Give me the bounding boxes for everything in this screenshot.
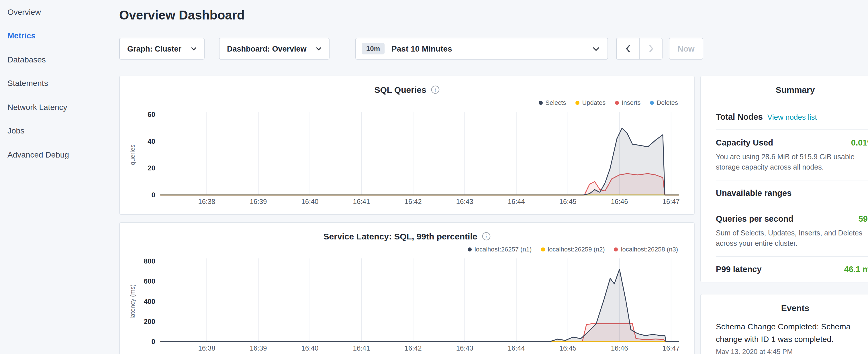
- x-tick-label: 16:47: [662, 344, 680, 352]
- prev-range-button[interactable]: [617, 38, 639, 59]
- sidebar-item-network-latency[interactable]: Network Latency: [7, 95, 111, 119]
- legend-label: Inserts: [622, 99, 641, 106]
- x-tick-label: 16:46: [611, 344, 628, 352]
- events-panel: Events Schema Change Completed: Schema c…: [700, 294, 868, 354]
- x-tick-label: 16:44: [508, 198, 525, 205]
- x-tick-label: 16:41: [353, 344, 370, 352]
- now-button[interactable]: Now: [669, 38, 703, 60]
- sidebar-nav: Overview Metrics Databases Statements Ne…: [7, 0, 111, 166]
- chevron-right-icon: [649, 45, 653, 53]
- summary-label: Capacity Used: [716, 137, 773, 148]
- dashboard-dropdown-label: Dashboard: Overview: [227, 44, 307, 53]
- chart-title-row: SQL Queries i: [120, 84, 694, 95]
- x-tick-label: 16:43: [456, 198, 473, 205]
- chart-title-row: Service Latency: SQL, 99th percentile i: [120, 230, 694, 242]
- legend-label: Selects: [545, 99, 566, 106]
- sidebar-item-overview[interactable]: Overview: [7, 0, 111, 24]
- legend-label: localhost:26258 (n3): [621, 246, 678, 253]
- x-tick-label: 16:44: [508, 344, 525, 352]
- x-tick-label: 16:43: [456, 344, 473, 352]
- chart-title: SQL Queries: [374, 85, 426, 94]
- summary-label: Total Nodes: [716, 112, 763, 122]
- y-tick-label: 60: [148, 110, 155, 118]
- x-tick-label: 16:42: [405, 198, 422, 205]
- summary-panel: Summary Total Nodes View nodes list 3 Ca…: [700, 75, 868, 282]
- time-range-label: Past 10 Minutes: [392, 44, 452, 53]
- time-range-pager: [616, 38, 662, 60]
- graph-dropdown-label: Graph: Cluster: [127, 44, 181, 53]
- y-tick-label: 20: [148, 164, 155, 172]
- summary-row-unavailable-ranges: Unavailable ranges 0: [716, 180, 868, 206]
- legend-item[interactable]: localhost:26259 (n2): [541, 246, 604, 253]
- sql-queries-chart: 16:3816:3916:4016:4116:4216:4316:4416:45…: [120, 108, 694, 215]
- event-text: Schema Change Completed: Schema change w…: [716, 320, 868, 345]
- y-tick-label: 600: [144, 277, 155, 285]
- sidebar-item-statements[interactable]: Statements: [7, 71, 111, 95]
- service-latency-chart: 16:3816:3916:4016:4116:4216:4316:4416:45…: [120, 254, 694, 354]
- y-tick-label: 40: [148, 137, 155, 145]
- x-tick-label: 16:38: [198, 344, 215, 352]
- legend-item[interactable]: Selects: [538, 99, 566, 106]
- event-item[interactable]: Schema Change Completed: Schema change w…: [716, 320, 868, 354]
- summary-value: 59.7: [859, 214, 868, 224]
- x-tick-label: 16:45: [559, 344, 577, 352]
- legend-item[interactable]: Deletes: [650, 99, 678, 106]
- series-area: [160, 269, 679, 342]
- sidebar-item-metrics[interactable]: Metrics: [7, 24, 111, 47]
- y-tick-label: 400: [144, 297, 155, 305]
- events-title: Events: [701, 303, 868, 313]
- view-nodes-list-link[interactable]: View nodes list: [767, 113, 817, 122]
- graph-dropdown[interactable]: Graph: Cluster: [119, 38, 205, 60]
- summary-row-capacity-used: Capacity Used 0.01% You are using 28.6 M…: [716, 129, 868, 180]
- y-tick-label: 200: [144, 318, 155, 325]
- dashboard-dropdown[interactable]: Dashboard: Overview: [219, 38, 330, 60]
- legend-label: Deletes: [656, 99, 678, 106]
- summary-subtext: Sum of Selects, Updates, Inserts, and De…: [716, 228, 868, 249]
- sidebar-item-jobs[interactable]: Jobs: [7, 119, 111, 142]
- page-title: Overview Dashboard: [119, 8, 245, 23]
- summary-label: Queries per second: [716, 214, 794, 224]
- chevron-down-icon: [593, 47, 599, 51]
- summary-rows: Total Nodes View nodes list 3 Capacity U…: [716, 104, 868, 282]
- svg-text:i: i: [434, 87, 436, 93]
- x-tick-label: 16:42: [405, 344, 422, 352]
- legend-item[interactable]: Updates: [575, 99, 606, 106]
- legend-dot: [538, 100, 542, 104]
- legend-dot: [541, 247, 545, 251]
- info-icon[interactable]: i: [431, 85, 440, 94]
- info-icon[interactable]: i: [482, 232, 490, 240]
- summary-title: Summary: [701, 85, 868, 95]
- x-tick-label: 16:40: [302, 344, 319, 352]
- y-axis-label: queries: [129, 144, 136, 165]
- chevron-left-icon: [626, 45, 630, 53]
- legend-dot: [575, 100, 579, 104]
- summary-row-total-nodes: Total Nodes View nodes list 3: [716, 104, 868, 129]
- y-tick-label: 0: [151, 191, 155, 199]
- legend-item[interactable]: localhost:26257 (n1): [468, 246, 532, 253]
- x-tick-label: 16:39: [250, 198, 267, 205]
- legend-label: Updates: [582, 99, 606, 106]
- event-timestamp: May 13, 2020 at 4:45 PM: [716, 348, 868, 354]
- y-tick-label: 800: [144, 257, 155, 265]
- summary-row-queries-per-second: Queries per second 59.7 Sum of Selects, …: [716, 206, 868, 256]
- time-range-picker[interactable]: 10m Past 10 Minutes: [355, 38, 608, 60]
- sidebar-item-advanced-debug[interactable]: Advanced Debug: [7, 142, 111, 166]
- legend-item[interactable]: localhost:26258 (n3): [614, 246, 678, 253]
- x-tick-label: 16:46: [611, 198, 628, 205]
- summary-row-p99-latency: P99 latency 46.1 ms: [716, 256, 868, 282]
- legend-dot: [614, 247, 618, 251]
- legend-label: localhost:26259 (n2): [548, 246, 604, 253]
- time-range-badge: 10m: [362, 43, 384, 55]
- x-tick-label: 16:40: [302, 198, 319, 205]
- x-tick-label: 16:41: [353, 198, 370, 205]
- sidebar-item-databases[interactable]: Databases: [7, 47, 111, 71]
- legend-item[interactable]: Inserts: [615, 99, 641, 106]
- summary-value: 0.01%: [851, 137, 868, 148]
- series-line: [160, 128, 679, 195]
- controls-bar: Graph: Cluster Dashboard: Overview 10m P…: [119, 38, 703, 60]
- y-axis-label: latency (ms): [129, 284, 136, 319]
- next-range-button[interactable]: [639, 38, 662, 59]
- x-tick-label: 16:47: [662, 198, 680, 205]
- chart-legend: SelectsUpdatesInsertsDeletes: [120, 99, 694, 106]
- chevron-down-icon: [191, 47, 196, 51]
